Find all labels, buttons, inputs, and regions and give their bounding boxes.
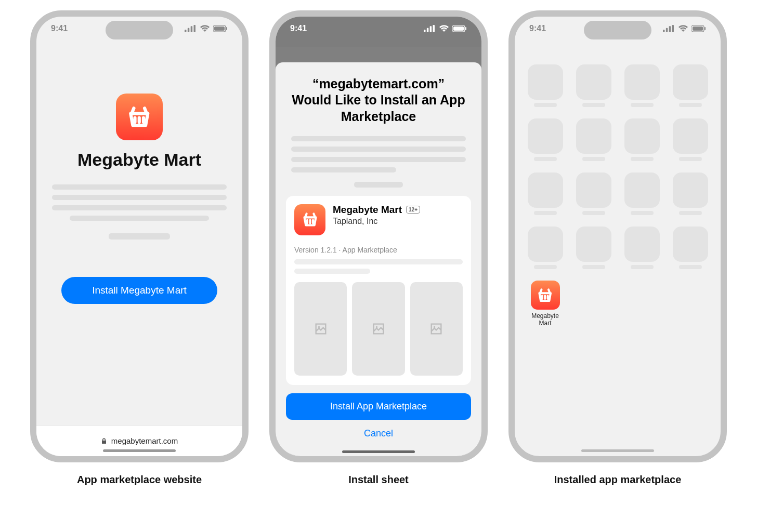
caption-2: Install sheet bbox=[348, 474, 409, 486]
skeleton-text bbox=[52, 184, 227, 240]
svg-rect-9 bbox=[429, 26, 431, 32]
home-screen-grid: Megabyte Mart bbox=[515, 47, 721, 327]
app-placeholder[interactable] bbox=[671, 118, 709, 161]
svg-rect-12 bbox=[453, 26, 464, 31]
install-sheet: “megabytemart.com” Would Like to Install… bbox=[276, 62, 481, 456]
svg-rect-7 bbox=[424, 30, 425, 32]
svg-rect-0 bbox=[185, 30, 186, 32]
home-indicator bbox=[581, 449, 654, 452]
cellular-icon bbox=[185, 25, 197, 32]
installed-marketplace-app[interactable]: Megabyte Mart bbox=[526, 281, 564, 327]
svg-rect-5 bbox=[214, 26, 225, 31]
status-icons bbox=[185, 24, 228, 33]
cellular-icon bbox=[663, 25, 675, 32]
screenshot-placeholder bbox=[294, 282, 347, 376]
notch bbox=[106, 21, 173, 39]
screenshots-row[interactable] bbox=[294, 282, 463, 376]
phone-1-wrap: 9:41 Megabyte Mart bbox=[30, 10, 249, 486]
app-info-card: Megabyte Mart 12+ Tapland, Inc Version 1… bbox=[286, 196, 471, 385]
caption-3: Installed app marketplace bbox=[554, 474, 682, 486]
app-placeholder[interactable] bbox=[526, 172, 564, 215]
cellular-icon bbox=[424, 25, 436, 32]
app-placeholder[interactable] bbox=[671, 172, 709, 215]
installed-app-icon bbox=[531, 281, 560, 310]
phone-marketplace-website: 9:41 Megabyte Mart bbox=[30, 10, 249, 462]
sheet-title: “megabytemart.com” Would Like to Install… bbox=[286, 76, 471, 125]
wifi-icon bbox=[678, 25, 688, 32]
svg-rect-18 bbox=[666, 28, 668, 32]
screenshot-placeholder bbox=[352, 282, 404, 376]
svg-rect-2 bbox=[190, 26, 192, 32]
svg-rect-8 bbox=[427, 28, 428, 32]
phone-install-sheet: 9:41 “megabytemart.com” Would Like to In… bbox=[269, 10, 488, 462]
app-placeholder[interactable] bbox=[575, 64, 612, 107]
status-bar: 9:41 bbox=[276, 24, 481, 33]
svg-rect-19 bbox=[669, 26, 670, 32]
battery-icon bbox=[691, 25, 706, 32]
svg-rect-13 bbox=[465, 27, 466, 30]
lock-icon bbox=[101, 438, 107, 444]
battery-icon bbox=[452, 25, 467, 32]
card-developer: Tapland, Inc bbox=[333, 217, 420, 226]
wifi-icon bbox=[200, 25, 210, 32]
svg-rect-6 bbox=[226, 27, 227, 30]
svg-rect-1 bbox=[188, 28, 189, 32]
phone-3-wrap: 9:41 bbox=[508, 10, 727, 486]
svg-rect-10 bbox=[433, 25, 434, 32]
app-placeholder[interactable] bbox=[526, 118, 564, 161]
age-rating-badge: 12+ bbox=[406, 206, 420, 214]
card-meta: Version 1.2.1 · App Marketplace bbox=[294, 246, 463, 254]
card-skeleton bbox=[294, 259, 463, 274]
caption-1: App marketplace website bbox=[77, 474, 202, 486]
app-placeholder[interactable] bbox=[526, 64, 564, 107]
phone-home-screen: 9:41 bbox=[508, 10, 727, 462]
status-time: 9:41 bbox=[529, 24, 546, 33]
svg-point-14 bbox=[318, 326, 320, 328]
app-placeholder[interactable] bbox=[623, 118, 661, 161]
svg-rect-3 bbox=[193, 25, 195, 32]
app-placeholder[interactable] bbox=[623, 64, 661, 107]
url-domain: megabytemart.com bbox=[111, 436, 178, 445]
svg-point-16 bbox=[434, 326, 436, 328]
card-app-name: Megabyte Mart bbox=[333, 204, 402, 216]
status-time: 9:41 bbox=[290, 24, 307, 33]
wifi-icon bbox=[439, 25, 449, 32]
app-placeholder[interactable] bbox=[575, 227, 612, 269]
svg-rect-22 bbox=[693, 26, 703, 31]
marketplace-title: Megabyte Mart bbox=[77, 150, 201, 170]
app-placeholder[interactable] bbox=[526, 227, 564, 269]
app-placeholder[interactable] bbox=[671, 64, 709, 107]
cancel-button[interactable]: Cancel bbox=[286, 420, 471, 451]
phone-2-wrap: 9:41 “megabytemart.com” Would Like to In… bbox=[269, 10, 488, 486]
status-icons bbox=[424, 24, 467, 33]
battery-icon bbox=[213, 25, 228, 32]
app-placeholder[interactable] bbox=[623, 172, 661, 215]
notch bbox=[584, 21, 651, 39]
app-placeholder[interactable] bbox=[575, 172, 612, 215]
svg-point-15 bbox=[376, 326, 378, 328]
home-indicator bbox=[342, 450, 415, 453]
install-marketplace-button[interactable]: Install Megabyte Mart bbox=[61, 277, 217, 304]
app-placeholder[interactable] bbox=[623, 227, 661, 269]
app-placeholder[interactable] bbox=[575, 118, 612, 161]
installed-app-label: Megabyte Mart bbox=[526, 313, 564, 327]
screenshot-placeholder bbox=[410, 282, 463, 376]
card-app-icon bbox=[294, 204, 325, 235]
svg-rect-23 bbox=[704, 27, 706, 30]
marketplace-app-icon bbox=[116, 94, 163, 140]
svg-rect-20 bbox=[672, 25, 673, 32]
status-icons bbox=[663, 24, 706, 33]
home-indicator bbox=[103, 449, 176, 452]
install-app-marketplace-button[interactable]: Install App Marketplace bbox=[286, 393, 471, 420]
svg-rect-17 bbox=[663, 30, 664, 32]
sheet-skeleton bbox=[291, 136, 466, 188]
app-placeholder[interactable] bbox=[671, 227, 709, 269]
status-time: 9:41 bbox=[51, 24, 68, 33]
safari-url-bar[interactable]: megabytemart.com bbox=[36, 425, 242, 456]
